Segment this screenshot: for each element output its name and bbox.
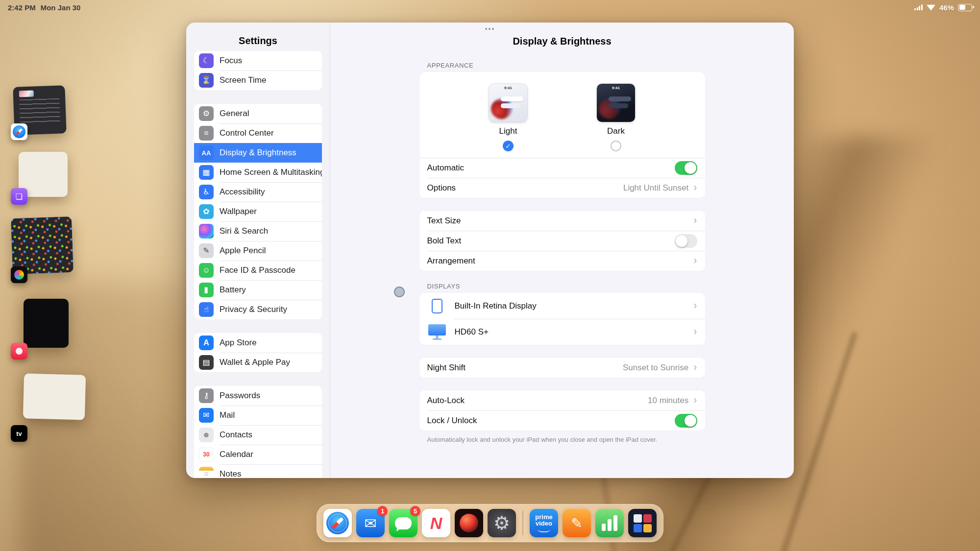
messages-notification-badge: 5 <box>410 506 420 516</box>
sidebar-item-apple-pencil[interactable]: ✎ Apple Pencil <box>194 241 322 261</box>
window-controls[interactable]: ••• <box>485 25 495 32</box>
sidebar-item-label: Passwords <box>220 391 260 401</box>
check-icon: ✓ <box>506 143 511 149</box>
red-app-badge-icon <box>11 343 27 359</box>
sidebar-item-display-brightness[interactable]: AA Display & Brightness <box>194 143 322 163</box>
sidebar-item-contacts[interactable]: ☻ Contacts <box>194 425 322 445</box>
photo-editor-badge-icon <box>11 266 27 283</box>
photos-app-icon[interactable] <box>455 509 483 537</box>
apple-pencil-icon: ✎ <box>199 243 214 258</box>
dark-appearance-option[interactable]: 9:41 Dark ✓ <box>594 84 638 158</box>
arrangement-label: Arrangement <box>427 256 475 266</box>
recent-app-window-homescreen[interactable] <box>11 216 74 274</box>
sidebar-item-app-store[interactable]: A App Store <box>194 333 322 353</box>
page-title: Display & Brightness <box>330 35 794 47</box>
dark-radio[interactable]: ✓ <box>611 141 621 151</box>
ui-pill-shape <box>501 96 523 101</box>
home-screen-icon: ▦ <box>199 165 214 180</box>
markup-app-icon[interactable]: ✎ <box>563 509 591 537</box>
auto-lock-row[interactable]: Auto-Lock 10 minutes › <box>419 390 705 410</box>
sidebar-item-passwords[interactable]: ⚷ Passwords <box>194 386 322 406</box>
light-radio[interactable]: ✓ <box>503 141 514 151</box>
media-grid-app-icon[interactable] <box>628 509 657 537</box>
sidebar-item-general[interactable]: ⚙ General <box>194 104 322 123</box>
external-display-label: HD60 S+ <box>455 327 489 337</box>
sidebar-item-accessibility[interactable]: ♿ Accessibility <box>194 182 322 202</box>
lock-unlock-toggle[interactable] <box>675 414 697 428</box>
status-bar: 2:42 PM Mon Jan 30 46% <box>0 0 980 15</box>
sidebar-item-label: Battery <box>220 285 246 295</box>
sidebar-group: A App Store ▤ Wallet & Apple Pay <box>194 333 322 372</box>
sidebar-item-siri-search[interactable]: Siri & Search <box>194 221 322 241</box>
preview-clock-label: 9:41 <box>489 86 527 90</box>
dark-preview-thumbnail: 9:41 <box>597 84 635 122</box>
sidebar-item-label: Focus <box>220 56 242 66</box>
night-shift-row[interactable]: Night Shift Sunset to Sunrise › <box>419 358 705 378</box>
siri-icon <box>199 224 214 239</box>
dock-divider <box>522 511 523 535</box>
builtin-display-row[interactable]: Built-In Retina Display › <box>419 293 705 319</box>
sidebar-item-screen-time[interactable]: ⌛ Screen Time <box>194 71 322 90</box>
chevron-right-icon: › <box>693 255 697 266</box>
photo-orb-icon <box>460 514 478 532</box>
appearance-card: 9:41 Light ✓ 9:41 Dark <box>419 72 705 198</box>
sidebar-item-face-id-passcode[interactable]: ☺ Face ID & Passcode <box>194 261 322 280</box>
displays-card: Built-In Retina Display › HD60 S+ › <box>419 293 705 345</box>
app-store-icon: A <box>199 335 214 350</box>
sidebar-item-label: Apple Pencil <box>220 246 266 256</box>
mail-app-icon[interactable]: ✉ 1 <box>356 509 385 537</box>
safari-app-icon[interactable] <box>323 509 352 537</box>
prime-video-app-icon[interactable]: prime video <box>530 509 558 537</box>
appearance-section-label: APPEARANCE <box>419 62 705 69</box>
sidebar-item-calendar[interactable]: 30 Calendar <box>194 445 322 464</box>
external-display-row[interactable]: HD60 S+ › <box>419 319 705 345</box>
sidebar-item-label: Notes <box>220 469 241 478</box>
chat-bubble-icon <box>395 517 412 529</box>
sidebar-item-label: Wallet & Apple Pay <box>220 358 290 367</box>
battery-percent-label: 46% <box>939 3 954 12</box>
dark-option-label: Dark <box>607 126 625 136</box>
light-appearance-option[interactable]: 9:41 Light ✓ <box>486 84 530 158</box>
automatic-toggle[interactable] <box>675 161 697 175</box>
settings-app-icon[interactable]: ⚙ <box>488 509 516 537</box>
sidebar-item-control-center[interactable]: ≡ Control Center <box>194 123 322 143</box>
sidebar-item-wallet-apple-pay[interactable]: ▤ Wallet & Apple Pay <box>194 353 322 372</box>
auto-lock-value: 10 minutes <box>648 396 688 406</box>
sidebar-item-label: Control Center <box>220 128 274 138</box>
charts-app-icon[interactable] <box>595 509 624 537</box>
passwords-key-icon: ⚷ <box>199 388 214 403</box>
general-icon: ⚙ <box>199 106 214 121</box>
sidebar-item-home-screen-multitasking[interactable]: ▦ Home Screen & Multitasking <box>194 163 322 182</box>
wifi-icon <box>927 4 935 11</box>
sidebar-item-label: General <box>220 109 249 119</box>
cellular-signal-icon <box>914 4 923 10</box>
recent-app-window-light[interactable] <box>23 373 86 420</box>
apple-tv-badge-icon: tv <box>11 425 27 442</box>
lock-unlock-footnote: Automatically lock and unlock your iPad … <box>419 435 705 444</box>
arrangement-row[interactable]: Arrangement › <box>419 251 705 271</box>
sidebar-item-focus[interactable]: ☾ Focus <box>194 51 322 71</box>
text-size-row[interactable]: Text Size › <box>419 211 705 231</box>
recent-app-window-dark[interactable] <box>24 299 69 348</box>
sidebar-item-privacy-security[interactable]: ☝ Privacy & Security <box>194 300 322 319</box>
displays-section-label: DISPLAYS <box>419 283 705 290</box>
sidebar-item-label: Calendar <box>220 450 253 459</box>
text-settings-card: Text Size › Bold Text Arrangement › <box>419 211 705 271</box>
lock-unlock-row: Lock / Unlock <box>419 410 705 431</box>
gear-icon: ⚙ <box>493 514 510 532</box>
notes-icon: ≡ <box>199 467 214 478</box>
bold-text-label: Bold Text <box>427 236 462 246</box>
privacy-icon: ☝ <box>199 302 214 317</box>
news-app-icon[interactable]: N <box>422 509 450 537</box>
bold-text-row: Bold Text <box>419 231 705 251</box>
options-row[interactable]: Options Light Until Sunset › <box>419 178 705 198</box>
sidebar-item-wallpaper[interactable]: ✿ Wallpaper <box>194 202 322 221</box>
sidebar-item-mail[interactable]: ✉ Mail <box>194 406 322 425</box>
bold-text-toggle[interactable] <box>675 234 697 248</box>
messages-app-icon[interactable]: 5 <box>389 509 417 537</box>
sidebar-item-label: Display & Brightness <box>220 148 296 158</box>
sidebar-item-battery[interactable]: ▮ Battery <box>194 280 322 300</box>
sidebar-item-label: Contacts <box>220 430 252 440</box>
sidebar-item-notes[interactable]: ≡ Notes <box>194 464 322 478</box>
news-n-icon: N <box>430 515 442 531</box>
